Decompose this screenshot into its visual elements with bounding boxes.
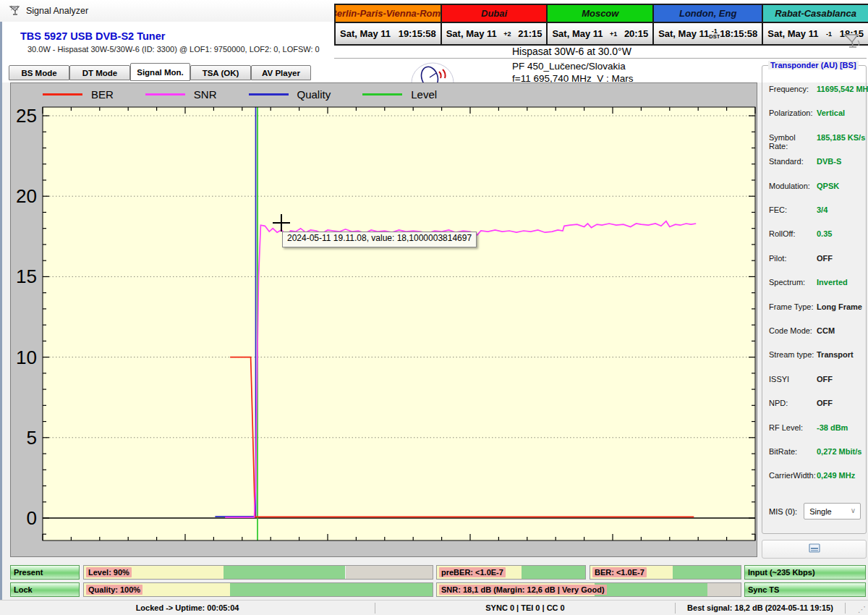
svg-text:20: 20 — [16, 185, 37, 207]
chevron-down-icon: ∨ — [851, 506, 856, 514]
window-left-frame — [0, 22, 2, 615]
tab-signal-mon-[interactable]: Signal Mon. — [130, 63, 190, 81]
transponder-row-rf-level-: RF Level:-38 dBm — [769, 423, 861, 433]
transponder-row-npd-: NPD:OFF — [769, 399, 861, 409]
clock-time-3: Sat, May 11+120:15 — [548, 23, 652, 44]
transponder-row-standard-: Standard:DVB-S — [769, 157, 861, 167]
clock-time-4: Sat, May 11-1DST18:15:58 — [654, 23, 762, 44]
statusbar-lock-uptime: Locked -> Uptime: 00:05:04 — [0, 601, 375, 615]
site-text: PF 450_Lučenec/Slovakia — [512, 61, 626, 72]
bar-level: Level: 90% — [83, 565, 433, 580]
clock-city-1: Berlin-Paris-Vienna-Roma — [336, 5, 441, 22]
clock-city-3: Moscow — [548, 5, 652, 22]
signal-chart[interactable]: BERSNRQualityLevel 0510152025 — [10, 82, 757, 557]
statusbar-sync-counters: SYNC 0 | TEI 0 | CC 0 — [375, 601, 675, 615]
transponder-row-rolloff-: RollOff:0.35 — [769, 229, 861, 239]
tuner-title: TBS 5927 USB DVB-S2 Tuner — [20, 30, 165, 42]
svg-text:0: 0 — [27, 507, 37, 529]
transponder-row-code-mode-: Code Mode:CCM — [769, 326, 861, 336]
bar-sync-ts: Sync TS — [744, 582, 866, 597]
satellite-dish-icon — [842, 32, 864, 52]
mis-label: MIS (0): — [769, 507, 797, 516]
transponder-row-modulation-: Modulation:QPSK — [769, 182, 861, 192]
transponder-row-spectrum-: Spectrum:Inverted — [769, 278, 861, 288]
clock-city-4: London, Eng — [654, 5, 762, 22]
svg-text:15: 15 — [16, 266, 37, 287]
bar-preber: preBER: <1.0E-7 — [436, 565, 586, 580]
app-icon — [9, 4, 21, 20]
transponder-row-symbol-rate-: Symbol Rate:185,185 KS/s — [769, 133, 861, 143]
transponder-row-fec-: FEC:3/4 — [769, 205, 861, 216]
bar-present: Present — [10, 565, 80, 580]
tab-bs-mode[interactable]: BS Mode — [9, 65, 69, 80]
header-separator — [334, 58, 867, 59]
crosshair-cursor — [273, 214, 290, 232]
status-bar: Locked -> Uptime: 00:05:04 SYNC 0 | TEI … — [0, 600, 868, 615]
mode-tabs: BS ModeDT ModeSignal Mon.TSA (OK)AV Play… — [9, 63, 320, 83]
svg-text:10: 10 — [16, 347, 37, 368]
chart-tooltip: 2024-05-11 19.11.08, value: 18,100000381… — [282, 232, 477, 247]
bar-snr: SNR: 18,1 dB (Margin: 12,6 dB | Very Goo… — [436, 582, 741, 597]
transponder-row-frame-type-: Frame Type:Long Frame — [769, 302, 861, 313]
mis-selected-value: Single — [809, 507, 832, 516]
bar-input-235-kbps-: Input (~235 Kbps) — [744, 565, 866, 580]
statusbar-best-signal: Best signal: 18,2 dB (2024-05-11 19:15) — [676, 601, 845, 615]
transponder-row-polarization-: Polarization:Vertical — [769, 109, 861, 119]
tab-tsa-ok-[interactable]: TSA (OK) — [190, 65, 251, 80]
tab-dt-mode[interactable]: DT Mode — [69, 65, 130, 80]
transponder-panel: Transponder (AU) [BS] Frequency:11695,54… — [762, 65, 867, 534]
bar-lock: Lock — [10, 582, 80, 597]
transponder-save-button[interactable] — [762, 540, 867, 559]
transponder-row-carrierwidth-: CarrierWidth:0,249 MHz — [769, 471, 861, 481]
clock-city-5: Rabat-Casablanca — [763, 5, 868, 22]
clock-time-1: Sat, May 1119:15:58 — [336, 23, 441, 44]
svg-text:25: 25 — [16, 105, 37, 127]
transponder-row-frequency-: Frequency:11695,542 MHz — [769, 85, 861, 95]
tuner-subtitle: 30.0W - Hispasat 30W-5/30W-6 (ID: 3300) … — [27, 45, 320, 54]
transponder-row-stream-type-: Stream type:Transport — [769, 350, 861, 360]
transponder-row-bitrate-: BitRate:0,272 Mbit/s — [769, 447, 861, 457]
svg-text:5: 5 — [27, 427, 37, 449]
transponder-row-pilot-: Pilot:OFF — [769, 254, 861, 264]
transponder-row-issyi: ISSYIOFF — [769, 375, 861, 385]
clock-time-2: Sat, May 11+221:15 — [442, 23, 547, 44]
world-clock-panel: Berlin-Paris-Vienna-RomaDubaiMoscowLondo… — [334, 4, 868, 46]
satellite-position-text: Hispasat 30W-6 at 30.0°W — [512, 46, 631, 57]
tab-av-player[interactable]: AV Player — [251, 65, 311, 80]
bar-quality: Quality: 100% — [83, 582, 433, 597]
transponder-panel-title: Transponder (AU) [BS] — [768, 61, 859, 69]
window-title: Signal Analyzer — [26, 6, 88, 16]
mis-dropdown[interactable]: Single ∨ — [804, 503, 861, 519]
stack-icon — [809, 543, 820, 556]
bar-ber: BER: <1.0E-7 — [590, 565, 741, 580]
clock-city-2: Dubai — [442, 5, 547, 22]
resize-grip[interactable]: ⋰ — [858, 605, 867, 614]
